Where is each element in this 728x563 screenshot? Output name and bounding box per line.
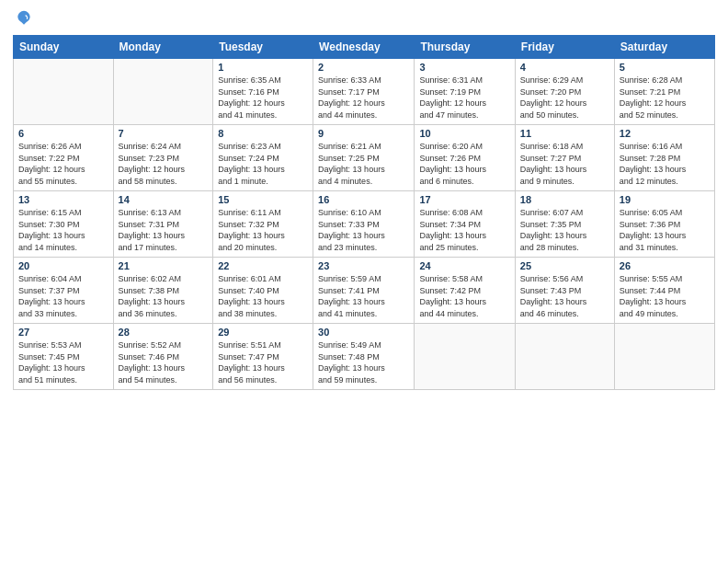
calendar-cell: 30Sunrise: 5:49 AM Sunset: 7:48 PM Dayli… (313, 324, 415, 390)
calendar-cell: 16Sunrise: 6:10 AM Sunset: 7:33 PM Dayli… (313, 191, 415, 258)
calendar-cell: 18Sunrise: 6:07 AM Sunset: 7:35 PM Dayli… (515, 191, 614, 258)
calendar-cell: 10Sunrise: 6:20 AM Sunset: 7:26 PM Dayli… (415, 125, 515, 191)
day-number: 24 (419, 260, 509, 271)
calendar-week-row: 1Sunrise: 6:35 AM Sunset: 7:16 PM Daylig… (14, 59, 715, 125)
calendar-cell: 15Sunrise: 6:11 AM Sunset: 7:32 PM Dayli… (213, 191, 313, 258)
day-info: Sunrise: 6:05 AM Sunset: 7:36 PM Dayligh… (620, 207, 710, 253)
weekday-header: Sunday (14, 36, 114, 59)
day-number: 5 (620, 62, 710, 73)
day-number: 4 (520, 62, 609, 73)
day-number: 9 (318, 128, 409, 139)
weekday-header: Saturday (614, 36, 714, 59)
calendar-cell: 24Sunrise: 5:58 AM Sunset: 7:42 PM Dayli… (415, 258, 515, 324)
day-number: 18 (520, 194, 609, 205)
day-info: Sunrise: 6:11 AM Sunset: 7:32 PM Dayligh… (218, 207, 308, 253)
calendar-cell (515, 324, 614, 390)
calendar-cell: 6Sunrise: 6:26 AM Sunset: 7:22 PM Daylig… (14, 125, 114, 191)
calendar-cell: 1Sunrise: 6:35 AM Sunset: 7:16 PM Daylig… (213, 59, 313, 125)
calendar-cell: 29Sunrise: 5:51 AM Sunset: 7:47 PM Dayli… (213, 324, 313, 390)
day-number: 3 (419, 62, 509, 73)
weekday-header: Wednesday (313, 36, 415, 59)
day-info: Sunrise: 6:16 AM Sunset: 7:28 PM Dayligh… (620, 141, 710, 187)
day-number: 28 (119, 327, 209, 338)
day-number: 12 (620, 128, 710, 139)
calendar-cell: 27Sunrise: 5:53 AM Sunset: 7:45 PM Dayli… (14, 324, 114, 390)
day-info: Sunrise: 5:51 AM Sunset: 7:47 PM Dayligh… (218, 339, 308, 385)
weekday-header: Monday (113, 36, 213, 59)
calendar-cell: 23Sunrise: 5:59 AM Sunset: 7:41 PM Dayli… (313, 258, 415, 324)
calendar-cell: 13Sunrise: 6:15 AM Sunset: 7:30 PM Dayli… (14, 191, 114, 258)
calendar-cell: 17Sunrise: 6:08 AM Sunset: 7:34 PM Dayli… (415, 191, 515, 258)
calendar-cell: 12Sunrise: 6:16 AM Sunset: 7:28 PM Dayli… (614, 125, 714, 191)
day-info: Sunrise: 6:31 AM Sunset: 7:19 PM Dayligh… (419, 75, 509, 121)
calendar-cell: 21Sunrise: 6:02 AM Sunset: 7:38 PM Dayli… (113, 258, 213, 324)
calendar-cell: 3Sunrise: 6:31 AM Sunset: 7:19 PM Daylig… (415, 59, 515, 125)
day-info: Sunrise: 5:53 AM Sunset: 7:45 PM Dayligh… (18, 339, 108, 385)
day-info: Sunrise: 6:13 AM Sunset: 7:31 PM Dayligh… (119, 207, 209, 253)
day-number: 20 (18, 260, 108, 271)
day-number: 23 (318, 260, 409, 271)
header (13, 9, 715, 28)
day-info: Sunrise: 6:29 AM Sunset: 7:20 PM Dayligh… (520, 75, 609, 121)
day-number: 22 (218, 260, 308, 271)
calendar-cell: 20Sunrise: 6:04 AM Sunset: 7:37 PM Dayli… (14, 258, 114, 324)
day-info: Sunrise: 6:21 AM Sunset: 7:25 PM Dayligh… (318, 141, 409, 187)
logo-icon (15, 9, 33, 28)
weekday-header: Tuesday (213, 36, 313, 59)
day-number: 16 (318, 194, 409, 205)
day-number: 2 (318, 62, 409, 73)
day-number: 13 (18, 194, 108, 205)
calendar-cell (14, 59, 114, 125)
day-number: 17 (419, 194, 509, 205)
calendar-header-row: SundayMondayTuesdayWednesdayThursdayFrid… (14, 36, 715, 59)
day-number: 25 (520, 260, 609, 271)
logo (13, 9, 33, 28)
day-info: Sunrise: 6:23 AM Sunset: 7:24 PM Dayligh… (218, 141, 308, 187)
day-info: Sunrise: 6:28 AM Sunset: 7:21 PM Dayligh… (620, 75, 710, 121)
calendar-cell: 22Sunrise: 6:01 AM Sunset: 7:40 PM Dayli… (213, 258, 313, 324)
day-number: 8 (218, 128, 308, 139)
day-info: Sunrise: 5:59 AM Sunset: 7:41 PM Dayligh… (318, 273, 409, 319)
day-info: Sunrise: 5:56 AM Sunset: 7:43 PM Dayligh… (520, 273, 609, 319)
day-info: Sunrise: 6:24 AM Sunset: 7:23 PM Dayligh… (119, 141, 209, 187)
day-info: Sunrise: 6:18 AM Sunset: 7:27 PM Dayligh… (520, 141, 609, 187)
calendar-cell: 5Sunrise: 6:28 AM Sunset: 7:21 PM Daylig… (614, 59, 714, 125)
day-number: 15 (218, 194, 308, 205)
calendar-cell (415, 324, 515, 390)
calendar-week-row: 13Sunrise: 6:15 AM Sunset: 7:30 PM Dayli… (14, 191, 715, 258)
calendar-cell: 9Sunrise: 6:21 AM Sunset: 7:25 PM Daylig… (313, 125, 415, 191)
day-info: Sunrise: 6:33 AM Sunset: 7:17 PM Dayligh… (318, 75, 409, 121)
day-number: 29 (218, 327, 308, 338)
calendar-week-row: 20Sunrise: 6:04 AM Sunset: 7:37 PM Dayli… (14, 258, 715, 324)
calendar-cell (614, 324, 714, 390)
day-info: Sunrise: 5:58 AM Sunset: 7:42 PM Dayligh… (419, 273, 509, 319)
day-info: Sunrise: 6:20 AM Sunset: 7:26 PM Dayligh… (419, 141, 509, 187)
calendar-cell: 7Sunrise: 6:24 AM Sunset: 7:23 PM Daylig… (113, 125, 213, 191)
day-number: 11 (520, 128, 609, 139)
calendar-cell: 25Sunrise: 5:56 AM Sunset: 7:43 PM Dayli… (515, 258, 614, 324)
day-number: 10 (419, 128, 509, 139)
weekday-header: Friday (515, 36, 614, 59)
day-number: 1 (218, 62, 308, 73)
day-info: Sunrise: 6:26 AM Sunset: 7:22 PM Dayligh… (18, 141, 108, 187)
day-info: Sunrise: 6:01 AM Sunset: 7:40 PM Dayligh… (218, 273, 308, 319)
page-container: SundayMondayTuesdayWednesdayThursdayFrid… (0, 0, 728, 563)
day-info: Sunrise: 6:08 AM Sunset: 7:34 PM Dayligh… (419, 207, 509, 253)
calendar-cell: 26Sunrise: 5:55 AM Sunset: 7:44 PM Dayli… (614, 258, 714, 324)
weekday-header: Thursday (415, 36, 515, 59)
day-number: 6 (18, 128, 108, 139)
day-info: Sunrise: 6:04 AM Sunset: 7:37 PM Dayligh… (18, 273, 108, 319)
day-info: Sunrise: 5:49 AM Sunset: 7:48 PM Dayligh… (318, 339, 409, 385)
day-info: Sunrise: 6:10 AM Sunset: 7:33 PM Dayligh… (318, 207, 409, 253)
calendar-cell: 19Sunrise: 6:05 AM Sunset: 7:36 PM Dayli… (614, 191, 714, 258)
calendar-cell: 8Sunrise: 6:23 AM Sunset: 7:24 PM Daylig… (213, 125, 313, 191)
calendar-cell: 4Sunrise: 6:29 AM Sunset: 7:20 PM Daylig… (515, 59, 614, 125)
day-info: Sunrise: 6:07 AM Sunset: 7:35 PM Dayligh… (520, 207, 609, 253)
day-number: 21 (119, 260, 209, 271)
calendar-week-row: 27Sunrise: 5:53 AM Sunset: 7:45 PM Dayli… (14, 324, 715, 390)
day-number: 19 (620, 194, 710, 205)
day-info: Sunrise: 6:02 AM Sunset: 7:38 PM Dayligh… (119, 273, 209, 319)
day-info: Sunrise: 6:15 AM Sunset: 7:30 PM Dayligh… (18, 207, 108, 253)
calendar-cell (113, 59, 213, 125)
day-number: 30 (318, 327, 409, 338)
